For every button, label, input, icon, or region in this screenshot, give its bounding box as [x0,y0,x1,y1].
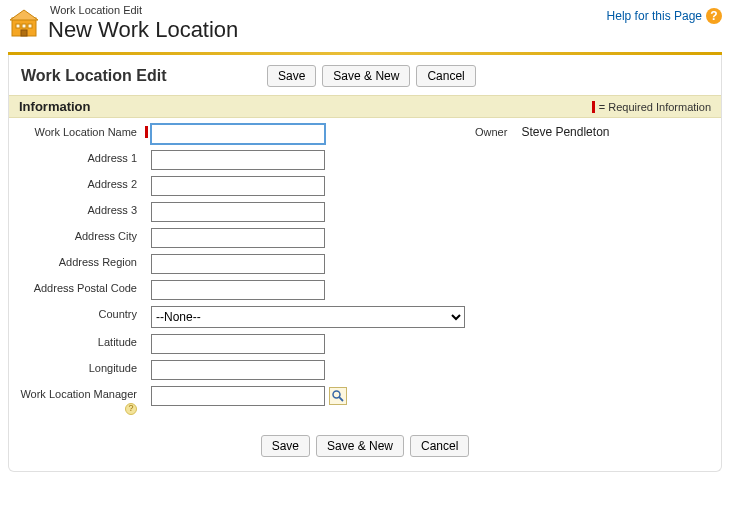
save-button[interactable]: Save [267,65,316,87]
help-link-label: Help for this Page [607,9,702,23]
info-bar-title: Information [19,99,91,114]
help-link[interactable]: Help for this Page ? [607,4,722,24]
required-mark-icon [592,101,595,113]
required-legend: = Required Information [592,101,711,113]
label-address1: Address 1 [17,150,145,165]
save-and-new-button[interactable]: Save & New [316,435,404,457]
page-title: New Work Location [48,18,238,42]
required-legend-text: = Required Information [599,101,711,113]
section-title: Work Location Edit [21,67,251,85]
label-address2: Address 2 [17,176,145,191]
label-work-location-name: Work Location Name [17,124,145,139]
region-input[interactable] [151,254,325,274]
address3-input[interactable] [151,202,325,222]
breadcrumb: Work Location Edit [48,4,238,16]
save-and-new-button[interactable]: Save & New [322,65,410,87]
address2-input[interactable] [151,176,325,196]
label-address3: Address 3 [17,202,145,217]
svg-line-7 [339,397,343,401]
label-latitude: Latitude [17,334,145,349]
label-region: Address Region [17,254,145,269]
cancel-button[interactable]: Cancel [410,435,469,457]
postal-input[interactable] [151,280,325,300]
longitude-input[interactable] [151,360,325,380]
svg-rect-5 [21,30,27,36]
manager-lookup-input[interactable] [151,386,325,406]
label-postal: Address Postal Code [17,280,145,295]
required-mark-icon [145,126,148,138]
city-input[interactable] [151,228,325,248]
label-longitude: Longitude [17,360,145,375]
work-location-icon [8,6,40,38]
lookup-icon[interactable] [329,387,347,405]
country-select[interactable]: --None-- [151,306,465,328]
cancel-button[interactable]: Cancel [416,65,475,87]
latitude-input[interactable] [151,334,325,354]
svg-rect-2 [16,24,20,28]
label-city: Address City [17,228,145,243]
address1-input[interactable] [151,150,325,170]
label-country: Country [17,306,145,321]
svg-rect-4 [28,24,32,28]
save-button[interactable]: Save [261,435,310,457]
svg-rect-3 [22,24,26,28]
work-location-name-input[interactable] [151,124,325,144]
help-icon[interactable]: ? [125,403,137,415]
svg-point-6 [333,391,340,398]
label-owner: Owner [475,124,507,138]
help-icon: ? [706,8,722,24]
svg-marker-1 [10,10,38,20]
owner-value: Steve Pendleton [521,124,609,139]
label-manager: Work Location Manager ? [17,386,145,415]
